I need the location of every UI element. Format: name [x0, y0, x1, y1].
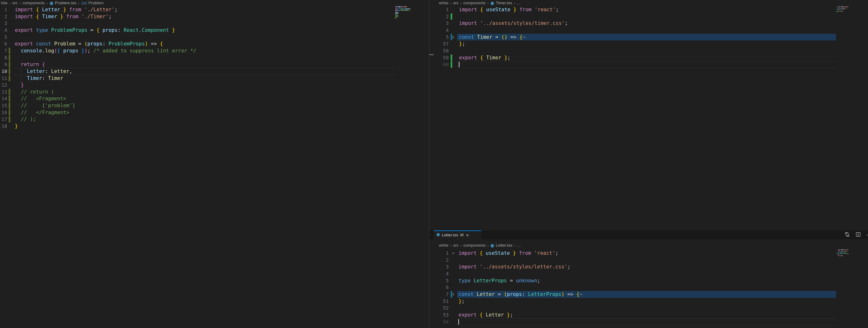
line-number[interactable]: 3: [433, 20, 449, 27]
fold-chevron-right-icon[interactable]: ›: [452, 291, 455, 298]
minimap-line[interactable]: [395, 15, 398, 16]
line-number[interactable]: 2: [433, 257, 449, 264]
git-gutter-modified[interactable]: [451, 34, 452, 40]
breadcrumb-item-hite[interactable]: hite: [1, 1, 7, 5]
line-number[interactable]: 9: [0, 61, 7, 68]
git-gutter-added[interactable]: [9, 75, 10, 82]
line-number[interactable]: 5: [0, 34, 7, 41]
minimap-line[interactable]: [838, 8, 847, 8]
minimap-line[interactable]: [838, 9, 839, 10]
git-gutter-added[interactable]: [9, 102, 10, 109]
code-line[interactable]: const Letter = (props: LetterProps) => {…: [459, 291, 582, 298]
line-number[interactable]: 11: [0, 75, 7, 82]
minimap-line[interactable]: [838, 11, 843, 11]
code-line[interactable]: import { useState } from 'react';: [459, 250, 558, 257]
tab-letter-tsx[interactable]: Letter.tsxM×: [434, 230, 481, 239]
fold-chevron-down-icon[interactable]: ›: [450, 252, 457, 254]
minimap-line[interactable]: [838, 254, 848, 254]
code-line[interactable]: // </Fragment>: [15, 109, 69, 116]
line-number[interactable]: 3: [433, 263, 449, 270]
line-number[interactable]: 2: [433, 13, 449, 20]
minimap-line[interactable]: [838, 254, 839, 255]
line-number[interactable]: 10: [0, 68, 7, 75]
git-gutter-added[interactable]: [9, 48, 10, 54]
line-number[interactable]: 18: [0, 123, 7, 130]
git-gutter-added[interactable]: [9, 68, 10, 74]
code-line[interactable]: };: [459, 40, 465, 48]
code-line[interactable]: };: [459, 298, 464, 305]
line-number[interactable]: 57: [433, 40, 449, 48]
code-line[interactable]: // return (: [15, 89, 54, 95]
git-gutter-added[interactable]: [9, 61, 10, 68]
code-line[interactable]: return {: [15, 61, 45, 68]
line-number[interactable]: 59: [433, 54, 449, 61]
line-number[interactable]: 12: [0, 82, 7, 89]
code-line[interactable]: const Timer = () => {⋯: [459, 34, 525, 41]
breadcrumb-file[interactable]: Timer.tsx: [496, 1, 512, 5]
line-number[interactable]: 4: [433, 270, 449, 277]
breadcrumb-tail[interactable]: …: [517, 243, 521, 248]
minimap-line[interactable]: [395, 16, 399, 16]
line-number[interactable]: 1: [0, 6, 7, 13]
minimap-line[interactable]: [838, 6, 849, 7]
git-gutter-added[interactable]: [9, 89, 10, 95]
git-gutter-added[interactable]: [451, 13, 452, 20]
minimap-line[interactable]: [395, 10, 409, 11]
line-number[interactable]: 4: [0, 27, 7, 34]
code-line[interactable]: import '../assets/styles/timer.css';: [459, 20, 568, 27]
minimap-line[interactable]: [838, 252, 846, 252]
minimap-line[interactable]: [838, 9, 844, 9]
breadcrumb-item-white[interactable]: white: [439, 1, 448, 5]
git-gutter-added[interactable]: [9, 109, 10, 116]
line-number[interactable]: 2: [0, 13, 7, 20]
line-number[interactable]: 1: [433, 6, 449, 13]
line-number[interactable]: 54: [433, 319, 449, 325]
code-line[interactable]: Timer: Timer: [15, 75, 63, 82]
breadcrumb-item-src[interactable]: src: [453, 243, 459, 248]
more-actions-icon[interactable]: ⋯: [866, 232, 868, 238]
split-editor-icon[interactable]: [855, 232, 861, 238]
line-number[interactable]: 17: [0, 116, 7, 123]
compare-changes-icon[interactable]: [844, 232, 850, 238]
code-line[interactable]: }: [15, 82, 24, 89]
code-line[interactable]: export type ProblemProps = { props: Reac…: [15, 27, 175, 34]
fold-chevron-right-icon[interactable]: ›: [452, 34, 455, 41]
minimap-line[interactable]: [395, 12, 399, 13]
line-number[interactable]: 1: [433, 250, 449, 257]
code-line[interactable]: export { Timer };: [459, 54, 510, 61]
line-number[interactable]: 60: [433, 61, 449, 68]
breadcrumb-tail[interactable]: …: [517, 1, 521, 5]
code-line[interactable]: import { Timer } from './Timer';: [15, 13, 112, 20]
line-number[interactable]: 15: [0, 102, 7, 109]
breadcrumb-file[interactable]: Problem.tsx: [55, 1, 76, 5]
line-number[interactable]: 7: [433, 291, 449, 298]
breadcrumb-item-components[interactable]: components: [463, 1, 486, 5]
breadcrumb-item-src[interactable]: src: [453, 1, 459, 5]
code-line[interactable]: export { Letter };: [459, 311, 513, 319]
minimap-line[interactable]: [838, 249, 849, 250]
code-line[interactable]: console.log({ props }); /* added to supp…: [15, 48, 196, 54]
breadcrumb-item-components[interactable]: components: [463, 243, 486, 248]
line-number[interactable]: 8: [0, 54, 7, 61]
line-number[interactable]: 6: [0, 40, 7, 48]
code-line[interactable]: import { Letter } from './Letter';: [15, 6, 118, 13]
line-number[interactable]: 5: [433, 277, 449, 284]
line-number[interactable]: 3: [0, 20, 7, 27]
git-gutter-added[interactable]: [9, 95, 10, 102]
minimap-line[interactable]: [395, 13, 398, 13]
git-gutter-added[interactable]: [9, 116, 10, 122]
line-number[interactable]: 58: [433, 48, 449, 54]
minimap-line[interactable]: [395, 13, 396, 14]
minimap-line[interactable]: [395, 6, 407, 7]
minimap-line[interactable]: [395, 8, 410, 9]
line-number[interactable]: 53: [433, 311, 449, 319]
line-number[interactable]: 4: [433, 27, 449, 34]
breadcrumb-item-white[interactable]: white: [439, 243, 448, 248]
code-line[interactable]: // );: [15, 116, 36, 123]
code-line[interactable]: export const Problem = (props: ProblemPr…: [15, 40, 163, 48]
breadcrumb-item-components[interactable]: components: [23, 1, 45, 5]
minimap-line[interactable]: [395, 18, 396, 18]
breadcrumb-file[interactable]: Letter.tsx: [496, 243, 512, 248]
minimap-line[interactable]: [395, 14, 398, 15]
code-line[interactable]: // {'problem'}: [15, 102, 75, 109]
